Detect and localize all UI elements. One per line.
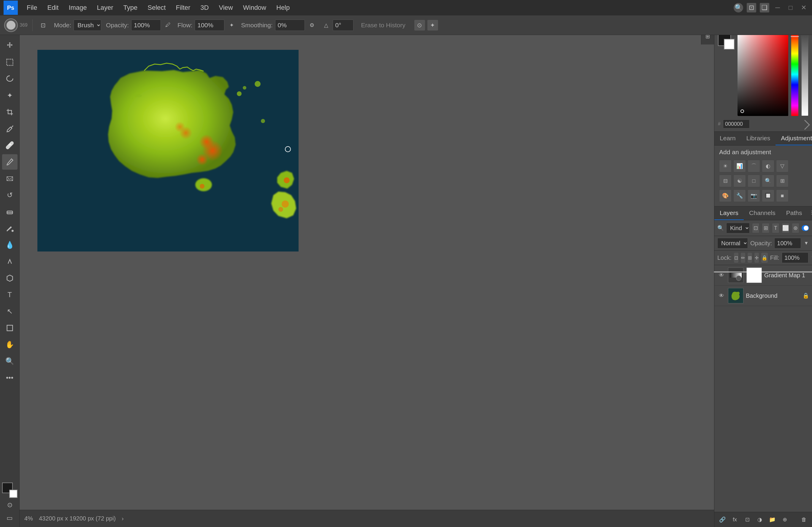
lasso-tool[interactable]	[2, 71, 17, 87]
zoom-tool[interactable]: 🔍	[2, 353, 17, 369]
menu-file[interactable]: File	[23, 2, 41, 13]
opacity-input[interactable]	[131, 19, 161, 31]
crop-tool[interactable]	[2, 104, 17, 120]
black-white-icon[interactable]: □	[748, 175, 760, 187]
move-tool[interactable]	[2, 38, 17, 54]
menu-type[interactable]: Type	[119, 2, 142, 13]
hand-tool[interactable]: ✋	[2, 337, 17, 352]
hue-bar[interactable]	[791, 33, 798, 116]
posterize-icon[interactable]: 📷	[748, 190, 760, 202]
menu-help[interactable]: Help	[272, 2, 294, 13]
layers-opacity-input[interactable]	[774, 238, 801, 249]
lock-artboard-icon[interactable]: ⊞	[748, 253, 752, 263]
filter-shape-icon[interactable]: ⬜	[782, 223, 789, 233]
opacity-bar[interactable]	[801, 33, 809, 116]
brush-tool[interactable]	[2, 154, 17, 170]
fill-tool[interactable]	[2, 221, 17, 236]
tab-channels[interactable]: Channels	[744, 207, 781, 220]
filter-type-icon[interactable]: T	[772, 223, 779, 233]
layer-visibility-background[interactable]: 👁	[717, 291, 726, 300]
eraser-tool[interactable]	[2, 204, 17, 220]
threshold-icon[interactable]: 🔲	[762, 190, 774, 202]
levels-icon[interactable]: 📊	[733, 160, 746, 172]
opacity-arrow-icon[interactable]: ▼	[803, 239, 809, 247]
window-minimize-icon[interactable]: ─	[773, 3, 782, 13]
layers-fill-input[interactable]	[782, 252, 809, 263]
fill-arrow-icon[interactable]: ▼	[811, 254, 812, 262]
tab-layers[interactable]: Layers	[714, 207, 744, 220]
channel-mixer-icon[interactable]: ⊞	[776, 175, 788, 187]
screen-mode-icon[interactable]: ▭	[4, 512, 16, 524]
magic-wand-tool[interactable]: ✦	[2, 88, 17, 103]
airbrush-icon[interactable]: ✦	[227, 20, 236, 30]
canvas-area[interactable]	[19, 35, 714, 510]
filter-adjust-icon[interactable]: ⊞	[762, 223, 769, 233]
layer-filter-toggle[interactable]	[802, 225, 809, 231]
dodge-tool[interactable]	[2, 254, 17, 269]
brush-settings-icon[interactable]: ⊡	[38, 19, 49, 31]
spectrum-expand-arrow[interactable]	[800, 120, 810, 130]
gradient-map-icon[interactable]: ■	[776, 190, 788, 202]
path-selection-tool[interactable]: ↖	[2, 304, 17, 319]
delete-layer-button[interactable]: 🗑	[799, 514, 809, 525]
lock-position-icon[interactable]: ✛	[754, 253, 759, 263]
marquee-tool[interactable]	[2, 55, 17, 70]
tab-adjustments[interactable]: Adjustments	[775, 132, 812, 145]
dimensions-arrow[interactable]: ›	[122, 515, 124, 522]
mode-select[interactable]: Brush	[74, 19, 101, 31]
vibrance-icon[interactable]: ▽	[776, 160, 788, 172]
smoothing-settings-icon[interactable]: ⚙	[307, 20, 317, 30]
lock-transparent-icon[interactable]: ⊡	[734, 253, 738, 263]
layer-filter-select[interactable]: Kind	[726, 223, 750, 234]
shape-tool[interactable]	[2, 320, 17, 336]
background-color[interactable]	[724, 39, 735, 49]
color-picker-fg-bg[interactable]	[2, 482, 17, 498]
menu-image[interactable]: Image	[64, 2, 91, 13]
invert-icon[interactable]: 🔧	[733, 190, 746, 202]
healing-tool[interactable]: 🩹	[2, 138, 17, 153]
arrange-icon[interactable]: ❏	[760, 3, 769, 13]
search-icon[interactable]: 🔍	[734, 3, 743, 13]
menu-view[interactable]: View	[215, 2, 237, 13]
layer-item-gradient-map[interactable]: 👁 Gradient Map 1	[714, 265, 812, 286]
pen-tool[interactable]	[2, 270, 17, 286]
fg-bg-swatches[interactable]	[718, 33, 735, 49]
menu-3d[interactable]: 3D	[196, 2, 213, 13]
lock-paint-icon[interactable]: ✏	[741, 253, 745, 263]
new-layer-button[interactable]: ⊕	[780, 514, 790, 525]
filter-smart-icon[interactable]: ⊛	[792, 223, 799, 233]
layer-item-background[interactable]: 👁 Background 🔒	[714, 286, 812, 306]
lock-all-icon[interactable]: 🔒	[761, 253, 768, 263]
window-close-icon[interactable]: ✕	[799, 3, 809, 13]
exposure-icon[interactable]: ◐	[762, 160, 774, 172]
more-tools[interactable]: •••	[2, 370, 17, 386]
new-adjustment-button[interactable]: ◑	[755, 514, 765, 525]
blur-tool[interactable]: 💧	[2, 237, 17, 253]
angle-input[interactable]	[333, 19, 353, 31]
flow-input[interactable]	[195, 19, 224, 31]
menu-layer[interactable]: Layer	[93, 2, 117, 13]
layer-fx-button[interactable]: fx	[730, 514, 740, 525]
color-spectrum[interactable]	[738, 33, 788, 116]
symmetry-icon[interactable]: ✦	[427, 20, 438, 31]
workspace-icon[interactable]: ⊡	[747, 3, 756, 13]
opacity-toggle-icon[interactable]: 🖊	[163, 20, 173, 30]
photo-filter-icon[interactable]: 🔍	[762, 175, 774, 187]
menu-edit[interactable]: Edit	[43, 2, 63, 13]
menu-select[interactable]: Select	[143, 2, 170, 13]
color-balance-icon[interactable]: ☯	[733, 175, 746, 187]
new-group-button[interactable]: 📁	[767, 514, 777, 525]
type-tool[interactable]: T	[2, 287, 17, 302]
smoothing-input[interactable]	[275, 19, 305, 31]
quick-mask-icon[interactable]: ⊙	[4, 499, 16, 511]
menu-filter[interactable]: Filter	[172, 2, 194, 13]
blend-mode-select[interactable]: Normal	[717, 238, 748, 249]
eyedropper-tool[interactable]	[2, 121, 17, 136]
curves-icon[interactable]: ⌒	[748, 160, 760, 172]
filter-pixel-icon[interactable]: ⊡	[752, 223, 759, 233]
brush-preset-picker[interactable]	[4, 18, 18, 32]
brightness-contrast-icon[interactable]: ☀	[719, 160, 731, 172]
hue-saturation-icon[interactable]: ⊟	[719, 175, 731, 187]
window-maximize-icon[interactable]: □	[786, 3, 795, 13]
tab-learn[interactable]: Learn	[714, 132, 741, 145]
